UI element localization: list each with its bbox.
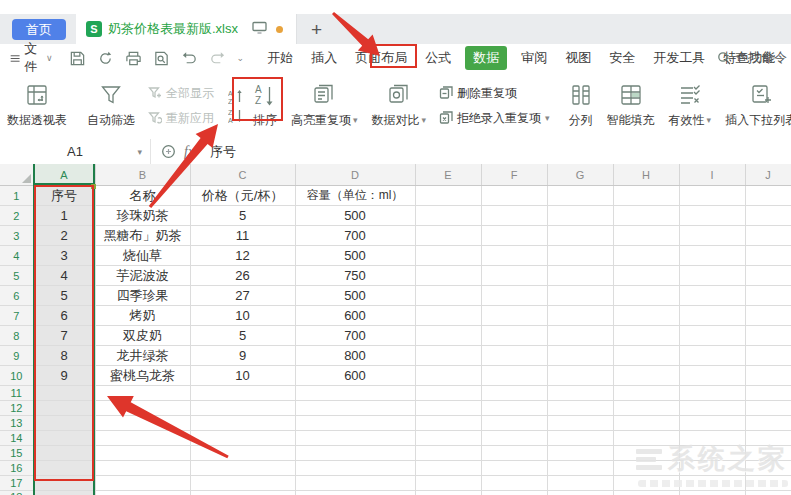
tab-dev-tools[interactable]: 开发工具 (644, 46, 714, 70)
sort-ascending-icon[interactable]: AZ (228, 89, 244, 104)
cell-E17[interactable] (415, 476, 481, 491)
tab-view[interactable]: 视图 (556, 46, 600, 70)
cell-G7[interactable] (547, 306, 613, 326)
row-header-4[interactable]: 4 (0, 246, 33, 266)
cell-H6[interactable] (613, 286, 679, 306)
cell-A10[interactable]: 9 (33, 366, 95, 386)
cell-J3[interactable] (745, 226, 791, 246)
cell-H11[interactable] (613, 386, 679, 401)
cell-A1[interactable]: 序号 (33, 186, 95, 206)
cell-E13[interactable] (415, 416, 481, 431)
cell-A15[interactable] (33, 446, 95, 461)
cell-F6[interactable] (481, 286, 547, 306)
reapply-filter-button[interactable]: 重新应用 (148, 110, 214, 127)
cell-A2[interactable]: 1 (33, 206, 95, 226)
cell-E4[interactable] (415, 246, 481, 266)
cell-I3[interactable] (679, 226, 745, 246)
cell-J14[interactable] (745, 431, 791, 446)
column-header-G[interactable]: G (547, 164, 613, 186)
cell-C8[interactable]: 5 (190, 326, 295, 346)
cell-F3[interactable] (481, 226, 547, 246)
column-header-E[interactable]: E (415, 164, 481, 186)
cell-D11[interactable] (295, 386, 415, 401)
cell-F18[interactable] (481, 491, 547, 495)
cell-J11[interactable] (745, 386, 791, 401)
cell-A9[interactable]: 8 (33, 346, 95, 366)
cell-D15[interactable] (295, 446, 415, 461)
column-header-A[interactable]: A (33, 164, 95, 186)
cell-J15[interactable] (745, 446, 791, 461)
more-commands-chevron-icon[interactable]: ⌄ (237, 53, 245, 63)
home-tab[interactable]: 首页 (12, 19, 66, 40)
cell-E2[interactable] (415, 206, 481, 226)
tab-review[interactable]: 审阅 (512, 46, 556, 70)
cell-B7[interactable]: 烤奶 (95, 306, 190, 326)
cell-F5[interactable] (481, 266, 547, 286)
tab-formulas[interactable]: 公式 (416, 46, 460, 70)
cell-C4[interactable]: 12 (190, 246, 295, 266)
cell-D5[interactable]: 750 (295, 266, 415, 286)
cell-E7[interactable] (415, 306, 481, 326)
cell-B16[interactable] (95, 461, 190, 476)
cell-F4[interactable] (481, 246, 547, 266)
cell-I1[interactable] (679, 186, 745, 206)
cell-C7[interactable]: 10 (190, 306, 295, 326)
cell-E15[interactable] (415, 446, 481, 461)
row-header-16[interactable]: 16 (0, 461, 33, 476)
cell-I15[interactable] (679, 446, 745, 461)
cell-C15[interactable] (190, 446, 295, 461)
cell-I4[interactable] (679, 246, 745, 266)
row-header-2[interactable]: 2 (0, 206, 33, 226)
cell-E16[interactable] (415, 461, 481, 476)
select-all-corner[interactable] (0, 164, 33, 186)
cell-F17[interactable] (481, 476, 547, 491)
cell-F2[interactable] (481, 206, 547, 226)
cell-J9[interactable] (745, 346, 791, 366)
print-preview-icon[interactable] (153, 50, 170, 67)
cell-J8[interactable] (745, 326, 791, 346)
cell-G4[interactable] (547, 246, 613, 266)
cell-D12[interactable] (295, 401, 415, 416)
row-header-10[interactable]: 10 (0, 366, 33, 386)
print-icon[interactable] (125, 50, 142, 67)
redo-icon[interactable] (209, 50, 226, 67)
cell-B10[interactable]: 蜜桃乌龙茶 (95, 366, 190, 386)
row-header-17[interactable]: 17 (0, 476, 33, 491)
cell-C14[interactable] (190, 431, 295, 446)
cell-G17[interactable] (547, 476, 613, 491)
cell-B1[interactable]: 名称 (95, 186, 190, 206)
cell-J1[interactable] (745, 186, 791, 206)
cell-H2[interactable] (613, 206, 679, 226)
cell-D18[interactable] (295, 491, 415, 495)
cell-A17[interactable] (33, 476, 95, 491)
insert-dropdown-list-button[interactable]: 插入下拉列表 (718, 72, 791, 139)
file-menu[interactable]: 文件 ∨ (10, 40, 53, 76)
cell-I13[interactable] (679, 416, 745, 431)
cell-C3[interactable]: 11 (190, 226, 295, 246)
cell-E14[interactable] (415, 431, 481, 446)
cell-A16[interactable] (33, 461, 95, 476)
cell-G6[interactable] (547, 286, 613, 306)
cell-D1[interactable]: 容量（单位：ml） (295, 186, 415, 206)
cell-J2[interactable] (745, 206, 791, 226)
cell-J6[interactable] (745, 286, 791, 306)
cell-J17[interactable] (745, 476, 791, 491)
cell-A12[interactable] (33, 401, 95, 416)
cell-A4[interactable]: 3 (33, 246, 95, 266)
cell-H12[interactable] (613, 401, 679, 416)
tab-home[interactable]: 开始 (258, 46, 302, 70)
cell-E12[interactable] (415, 401, 481, 416)
cell-B11[interactable] (95, 386, 190, 401)
cell-I16[interactable] (679, 461, 745, 476)
cell-G5[interactable] (547, 266, 613, 286)
cell-C18[interactable] (190, 491, 295, 495)
cell-B2[interactable]: 珍珠奶茶 (95, 206, 190, 226)
cell-J18[interactable] (745, 491, 791, 495)
cell-F11[interactable] (481, 386, 547, 401)
cell-C5[interactable]: 26 (190, 266, 295, 286)
text-to-columns-button[interactable]: 分列 (562, 72, 600, 139)
cell-G16[interactable] (547, 461, 613, 476)
row-header-12[interactable]: 12 (0, 401, 33, 416)
cell-B14[interactable] (95, 431, 190, 446)
cell-G11[interactable] (547, 386, 613, 401)
